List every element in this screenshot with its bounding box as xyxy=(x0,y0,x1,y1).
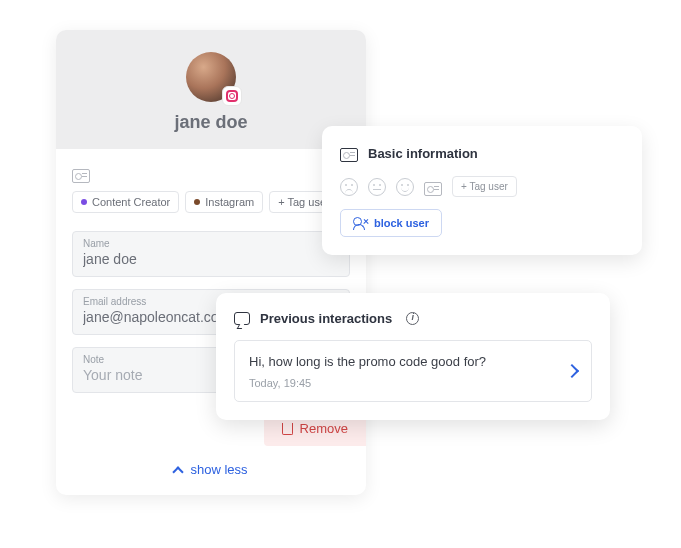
id-card-icon xyxy=(340,148,358,162)
tag-label: Content Creator xyxy=(92,196,170,208)
previous-interactions-card: Previous interactions Hi, how long is th… xyxy=(216,293,610,420)
id-card-icon xyxy=(424,182,442,196)
interactions-title-row: Previous interactions xyxy=(234,311,592,326)
remove-label: Remove xyxy=(300,421,348,436)
profile-header: jane doe xyxy=(56,30,366,149)
add-tag-button[interactable]: + Tag user xyxy=(452,176,517,197)
name-field[interactable]: Name xyxy=(72,231,350,277)
info-icon[interactable] xyxy=(406,312,419,325)
instagram-icon xyxy=(226,90,238,102)
chevron-right-icon xyxy=(565,364,579,378)
instagram-badge xyxy=(222,86,242,106)
tag-label: Instagram xyxy=(205,196,254,208)
show-less-toggle[interactable]: show less xyxy=(56,446,366,495)
name-input[interactable] xyxy=(83,251,339,267)
profile-card: jane doe Content Creator Instagram + Tag… xyxy=(56,30,366,495)
dot-icon xyxy=(81,199,87,205)
interactions-title: Previous interactions xyxy=(260,311,392,326)
interaction-time: Today, 19:45 xyxy=(249,377,486,389)
tag-content-creator[interactable]: Content Creator xyxy=(72,191,179,213)
avatar-wrap xyxy=(186,52,236,102)
interaction-item[interactable]: Hi, how long is the promo code good for?… xyxy=(234,340,592,402)
speech-bubble-icon xyxy=(234,312,250,325)
sentiment-row: + Tag user xyxy=(340,176,624,197)
interaction-text: Hi, how long is the promo code good for? xyxy=(249,353,486,371)
field-label: Name xyxy=(83,238,339,249)
sentiment-happy-icon[interactable] xyxy=(396,178,414,196)
block-user-icon xyxy=(353,217,367,229)
block-user-button[interactable]: block user xyxy=(340,209,442,237)
basic-info-card: Basic information + Tag user block user xyxy=(322,126,642,255)
id-card-icon xyxy=(72,169,90,183)
basic-info-title-row: Basic information xyxy=(340,144,624,162)
show-less-label: show less xyxy=(190,462,247,477)
sentiment-sad-icon[interactable] xyxy=(340,178,358,196)
trash-icon xyxy=(282,423,293,435)
tag-pill-list: Content Creator Instagram + Tag user xyxy=(72,191,339,213)
basic-info-title: Basic information xyxy=(368,146,478,161)
tags-row: Content Creator Instagram + Tag user xyxy=(56,149,366,219)
dot-icon xyxy=(194,199,200,205)
interaction-body: Hi, how long is the promo code good for?… xyxy=(249,353,486,389)
chevron-up-icon xyxy=(173,466,184,477)
tag-instagram[interactable]: Instagram xyxy=(185,191,263,213)
block-user-label: block user xyxy=(374,217,429,229)
sentiment-neutral-icon[interactable] xyxy=(368,178,386,196)
profile-name: jane doe xyxy=(174,112,247,133)
